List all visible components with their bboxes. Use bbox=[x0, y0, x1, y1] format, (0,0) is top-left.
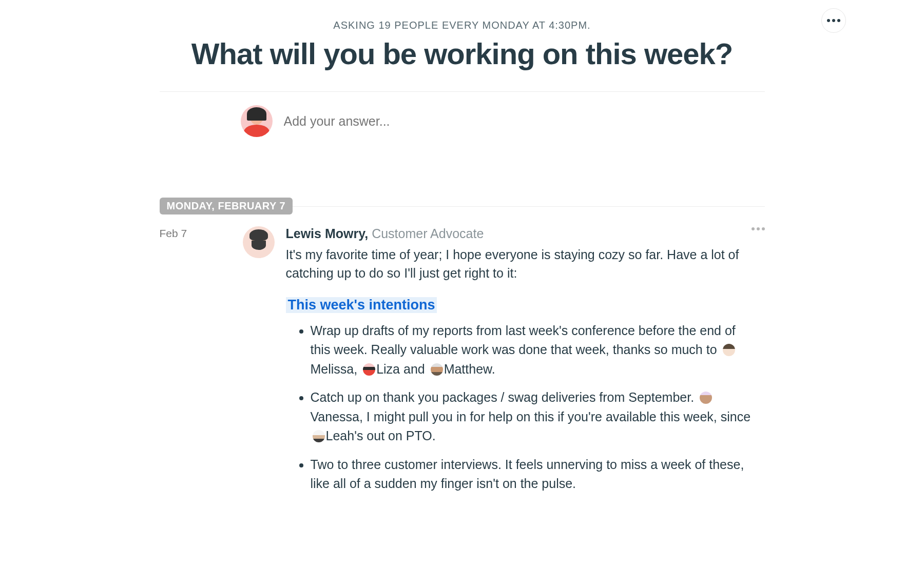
avatar-chip-melissa[interactable] bbox=[723, 344, 735, 356]
answer-input[interactable] bbox=[284, 114, 592, 129]
author-line: Lewis Mowry, Customer Advocate bbox=[286, 226, 765, 241]
date-divider: MONDAY, FEBRUARY 7 bbox=[160, 198, 765, 215]
svg-point-5 bbox=[762, 227, 765, 230]
ellipsis-icon bbox=[752, 227, 765, 230]
question-header: ASKING 19 PEOPLE EVERY MONDAY AT 4:30PM.… bbox=[160, 0, 765, 92]
author-name[interactable]: Lewis Mowry, bbox=[286, 226, 369, 241]
intentions-list: Wrap up drafts of my reports from last w… bbox=[286, 321, 765, 494]
author-role: Customer Advocate bbox=[368, 226, 484, 241]
mention[interactable]: Matthew bbox=[444, 362, 492, 376]
mention[interactable]: Vanessa bbox=[311, 409, 359, 424]
post-intro: It's my favorite time of year; I hope ev… bbox=[286, 245, 765, 283]
avatar-chip-matthew[interactable] bbox=[431, 363, 443, 376]
mention[interactable]: Liza bbox=[376, 362, 400, 376]
page-more-button[interactable] bbox=[821, 8, 846, 33]
svg-point-2 bbox=[837, 19, 840, 22]
svg-point-1 bbox=[832, 19, 835, 22]
avatar-chip-vanessa[interactable] bbox=[700, 392, 712, 404]
list-item: Wrap up drafts of my reports from last w… bbox=[311, 321, 765, 379]
answer-composer[interactable] bbox=[160, 92, 765, 137]
section-heading: This week's intentions bbox=[286, 297, 437, 313]
current-user-avatar bbox=[241, 105, 273, 137]
svg-point-4 bbox=[757, 227, 760, 230]
mention[interactable]: Leah bbox=[326, 428, 355, 443]
avatar-chip-leah[interactable] bbox=[313, 430, 325, 442]
list-item: Two to three customer interviews. It fee… bbox=[311, 455, 765, 494]
answer-post: Feb 7 Lewis Mowry, Customer Advocate It'… bbox=[160, 215, 765, 503]
list-item: Catch up on thank you packages / swag de… bbox=[311, 388, 765, 446]
author-avatar[interactable] bbox=[243, 226, 275, 258]
date-badge: MONDAY, FEBRUARY 7 bbox=[160, 198, 293, 214]
avatar-chip-liza[interactable] bbox=[363, 363, 375, 376]
svg-point-0 bbox=[827, 19, 830, 22]
svg-point-3 bbox=[752, 227, 755, 230]
question-subtitle: ASKING 19 PEOPLE EVERY MONDAY AT 4:30PM. bbox=[160, 19, 765, 31]
post-more-button[interactable] bbox=[752, 223, 765, 232]
post-date: Feb 7 bbox=[160, 226, 232, 503]
mention[interactable]: Melissa bbox=[311, 362, 354, 376]
ellipsis-icon bbox=[827, 19, 840, 22]
question-title: What will you be working on this week? bbox=[160, 36, 765, 71]
